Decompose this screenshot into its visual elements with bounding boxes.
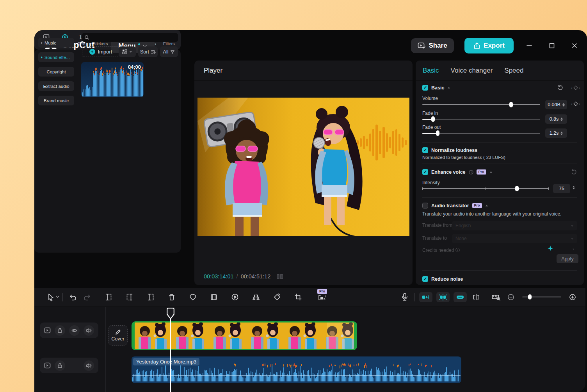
intensity-value-box[interactable]: 75 [553, 184, 570, 193]
filter-all-button[interactable]: All [160, 46, 178, 57]
track-content-icon[interactable] [44, 327, 51, 333]
mute-track-button[interactable] [84, 325, 94, 336]
collapse-icon[interactable] [489, 171, 492, 173]
compare-view-icon[interactable] [276, 273, 283, 280]
audio-translator-checkbox[interactable]: ✓ [422, 203, 428, 208]
stepper-icon[interactable] [562, 103, 565, 107]
audio-clip[interactable]: Yesterday Once More.mp3 [132, 356, 461, 383]
timeline-scale-button[interactable] [489, 290, 503, 304]
overlay-button[interactable] [206, 290, 221, 304]
apply-button[interactable]: Apply [557, 254, 578, 263]
translate-from-select[interactable]: English [452, 221, 577, 230]
volume-keyframe[interactable]: ‹› [571, 102, 580, 106]
keyframe-nav[interactable]: ‹› [571, 86, 580, 90]
chevron-right-icon[interactable]: › [573, 246, 574, 252]
zoom-in-icon [569, 294, 576, 301]
sidebar-item-sound-effects[interactable]: Sound effe... [38, 52, 74, 62]
collapse-icon[interactable] [448, 87, 450, 89]
sound-effect-card[interactable]: 04:00 [81, 62, 144, 97]
fade-in-value-box[interactable]: 0.8s [545, 114, 567, 124]
delete-button[interactable] [164, 290, 179, 304]
mute-track-button[interactable] [84, 360, 94, 371]
playhead-handle[interactable] [167, 308, 174, 319]
timeline-tracks: Cover [34, 307, 585, 392]
maximize-button[interactable] [548, 42, 556, 50]
plus-icon: + [89, 49, 95, 55]
tab-voice-changer[interactable]: Voice changer [451, 67, 493, 75]
split-button[interactable] [101, 290, 116, 304]
crop-button[interactable] [291, 290, 306, 304]
delete-right-button[interactable] [143, 290, 158, 304]
volume-value-box[interactable]: 0.0dB [545, 100, 567, 109]
zoom-out-button[interactable] [503, 290, 518, 304]
trash-icon [168, 293, 176, 301]
fade-out-slider[interactable] [422, 130, 540, 136]
fade-out-value-box[interactable]: 1.2s [545, 128, 567, 138]
fade-in-slider[interactable] [422, 116, 540, 122]
track-content-icon[interactable] [44, 362, 51, 369]
preview-axis-toggle[interactable] [436, 292, 450, 302]
volume-label: Volume [422, 96, 438, 101]
reduce-noise-checkbox[interactable]: ✓ [422, 276, 428, 282]
lock-track-button[interactable] [55, 360, 65, 371]
select-tool-button[interactable] [45, 290, 60, 304]
mask-button[interactable] [185, 290, 200, 304]
normalize-desc: Normalized to target loudness (-23 LUFS) [422, 155, 505, 160]
video-clip-thumbnails [135, 323, 354, 349]
zoom-in-button[interactable] [565, 290, 580, 304]
search-input[interactable] [89, 35, 176, 40]
app-window: CapCut Menu Share Export Import [34, 30, 587, 392]
collapse-icon[interactable] [485, 205, 487, 207]
lock-track-button[interactable] [55, 325, 65, 336]
auto-snap-toggle[interactable] [419, 292, 432, 302]
stepper-icon[interactable] [560, 132, 563, 135]
export-button[interactable]: Export [464, 38, 514, 53]
tab-speed[interactable]: Speed [504, 67, 523, 75]
link-icon [456, 295, 464, 299]
intensity-slider[interactable] [422, 186, 548, 191]
edit-cover-button[interactable]: Cover [108, 325, 128, 346]
properties-panel: Basic Voice changer Speed ✓ Basic ‹› Vol… [416, 61, 584, 285]
video-preview-canvas[interactable] [197, 98, 409, 236]
sort-button[interactable]: Sort [138, 46, 158, 57]
search-box[interactable] [82, 33, 178, 42]
record-voiceover-button[interactable] [397, 290, 412, 304]
timeline-zoom-slider[interactable] [522, 296, 561, 298]
enhance-voice-checkbox[interactable]: ✓ [422, 169, 428, 175]
intensity-stepper[interactable] [573, 186, 575, 189]
translate-to-select[interactable]: None [452, 234, 577, 243]
reset-icon[interactable] [571, 169, 577, 175]
sidebar-item-brand-music[interactable]: Brand music [38, 96, 74, 105]
player-timecode: 00:03:14:01 / 00:04:51:12 [204, 273, 283, 280]
stepper-icon[interactable] [560, 118, 563, 121]
snap-icon [422, 294, 430, 300]
view-mode-button[interactable] [119, 46, 136, 57]
basic-checkbox[interactable]: ✓ [422, 85, 428, 91]
import-media-button[interactable]: + Import [82, 46, 119, 57]
tab-basic[interactable]: Basic [423, 67, 439, 75]
sidebar-item-music[interactable]: Music [38, 38, 74, 48]
video-clip[interactable] [132, 321, 357, 350]
minimize-button[interactable] [525, 42, 533, 50]
sidebar-item-copyright[interactable]: Copyright [38, 67, 74, 77]
close-button[interactable] [571, 42, 578, 50]
normalize-checkbox[interactable]: ✓ [422, 147, 428, 153]
split-view-button[interactable] [469, 290, 484, 304]
sidebar-item-extract-audio[interactable]: Extract audio [38, 81, 74, 91]
vocal-isolation-button[interactable]: Pro [313, 290, 331, 304]
toggle-visibility-button[interactable] [69, 325, 80, 336]
link-toggle[interactable] [454, 292, 467, 302]
undo-button[interactable] [65, 290, 80, 304]
zoom-out-icon [507, 294, 514, 301]
share-button[interactable]: Share [411, 38, 454, 53]
normalize-loudness-row: ✓ Normalize loudness [422, 147, 477, 153]
reset-icon[interactable] [557, 85, 563, 91]
redo-button[interactable] [80, 290, 95, 304]
volume-slider[interactable] [422, 102, 540, 107]
lock-icon [57, 328, 62, 333]
rotate-button[interactable] [270, 290, 285, 304]
playhead-line[interactable] [170, 308, 171, 392]
mirror-button[interactable] [249, 290, 263, 304]
speed-button[interactable] [228, 290, 242, 304]
delete-left-button[interactable] [122, 290, 137, 304]
